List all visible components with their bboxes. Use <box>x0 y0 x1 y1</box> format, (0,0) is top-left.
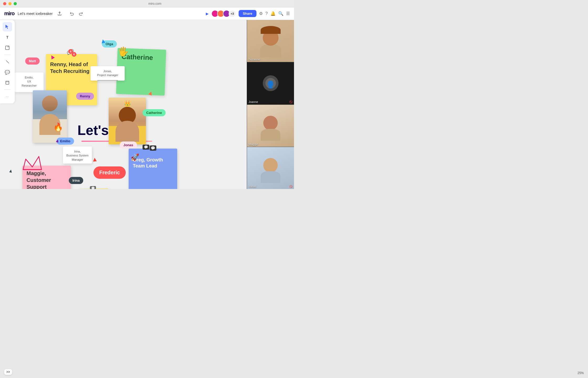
comment-tool[interactable]: 💬 <box>3 67 12 77</box>
toolbar: miro Let's meet icebreaker ▶ +3 Shar <box>0 7 294 20</box>
jonas-label-text: Jonas,Project manager <box>94 69 122 77</box>
avatar-group: +3 <box>211 10 236 17</box>
window-chrome: miro.com <box>0 0 294 7</box>
help-icon[interactable]: ? <box>265 11 268 16</box>
redo-button[interactable] <box>77 10 84 17</box>
irina-label-card[interactable]: Irina,Business SystemManager <box>63 146 92 164</box>
more-tools[interactable]: ··· <box>3 92 12 101</box>
bubble-renny[interactable]: Renny <box>76 93 94 100</box>
text-tool[interactable]: T <box>3 33 12 42</box>
share-button[interactable]: Share <box>239 10 256 17</box>
cursor-red <box>93 158 97 161</box>
close-button[interactable] <box>3 2 6 5</box>
divider-2 <box>4 90 10 90</box>
upload-button[interactable] <box>56 10 63 17</box>
frederic-sticky[interactable]: 💬 Frederic, Software Engineer <box>77 188 109 189</box>
divider-1 <box>4 55 10 55</box>
scribble-crown <box>20 151 44 175</box>
line-tool[interactable]: | <box>1 55 14 69</box>
frame-tool[interactable] <box>3 78 12 87</box>
bubble-matt[interactable]: Matt <box>25 57 40 65</box>
video-tile-suzanne[interactable]: Suzanne <box>247 20 294 62</box>
comment-icon-renny: 💬 4 <box>67 51 71 55</box>
miro-logo[interactable]: miro <box>4 10 14 17</box>
video-tile-jonas[interactable]: Jonas 🚫 <box>247 147 294 189</box>
renny-sticky-text: Renny, Head of Tech Recruiting <box>50 58 93 75</box>
bubble-irina[interactable]: Irina <box>69 177 83 184</box>
avatar-overflow[interactable]: +3 <box>229 10 236 17</box>
bubble-jonas[interactable]: Jonas <box>120 141 137 149</box>
minimize-button[interactable] <box>8 2 12 5</box>
toolbar-right: ▶ +3 Share ⚙ ? 🔔 🔍 ☰ <box>206 10 290 17</box>
frederic-msg-icon: 💬 <box>90 186 96 189</box>
bubble-catherine[interactable]: Catherine <box>143 109 166 116</box>
greg-msg-icon: 💬 <box>150 145 156 151</box>
svg-rect-1 <box>6 81 9 84</box>
irina-label-text: Irina,Business SystemManager <box>66 150 89 162</box>
joanne-video-name: Joanne <box>249 100 258 103</box>
bubble-emilio[interactable]: Emilio <box>56 138 74 145</box>
sticky-tool[interactable] <box>3 43 12 52</box>
undo-redo-group <box>69 10 84 17</box>
left-toolbar: T | 💬 ··· <box>0 20 15 103</box>
waving-hand-emoji: 🖐️ <box>118 46 129 57</box>
rocket-emoji: 🚀 <box>131 153 139 161</box>
emilio-label-text: Emilio,UXResearcher <box>18 76 40 88</box>
emilio-label-card[interactable]: Emilio,UXResearcher <box>15 72 44 92</box>
board-title[interactable]: Let's meet icebreaker <box>18 12 52 16</box>
greg-comment-icon-top: 💬 <box>143 145 149 150</box>
settings-icon[interactable]: ⚙ <box>259 11 263 16</box>
jonas-label-card[interactable]: Jonas,Project manager <box>91 66 125 81</box>
maggie-video-name: Maggie <box>249 143 258 146</box>
undo-button[interactable] <box>69 10 76 17</box>
maximize-button[interactable] <box>14 2 17 5</box>
video-tile-maggie[interactable]: Maggie <box>247 105 294 147</box>
menu-icon[interactable]: ☰ <box>286 11 290 16</box>
fire-emoji: 🔥 <box>53 122 63 132</box>
video-tile-joanne[interactable]: 👤 Joanne 🚫 <box>247 62 294 104</box>
joanne-mic-icon: 🚫 <box>289 101 292 103</box>
crowned-photo: 👑 <box>109 98 146 144</box>
renny-photo <box>33 90 67 143</box>
video-panel: Suzanne 👤 Joanne 🚫 Maggie <box>247 20 294 189</box>
cursor-dark <box>9 169 12 173</box>
select-tool[interactable] <box>3 22 12 32</box>
jonas-mic-icon: 🚫 <box>289 185 292 188</box>
window-title: miro.com <box>19 2 291 6</box>
bubble-frederic[interactable]: Frederic <box>93 166 126 179</box>
cursor-blue <box>101 39 105 43</box>
suzanne-video-name: Suzanne <box>249 58 260 61</box>
cursor-tool-icon: ▶ <box>206 12 209 16</box>
search-icon[interactable]: 🔍 <box>278 11 284 16</box>
jonas-video-name: Jonas <box>249 185 256 188</box>
notifications-icon[interactable]: 🔔 <box>270 11 276 16</box>
